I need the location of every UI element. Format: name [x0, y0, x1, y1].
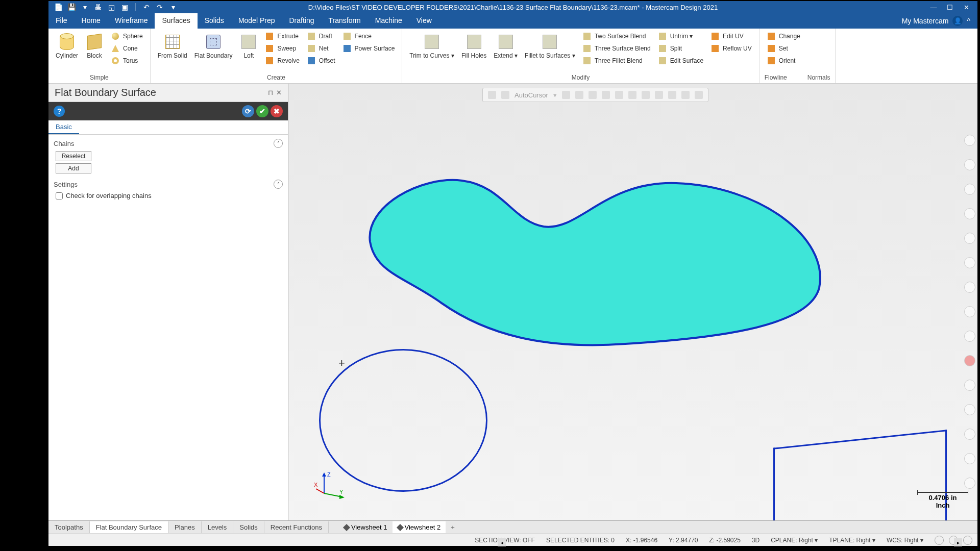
change-button[interactable]: Change [765, 31, 802, 42]
snap-8-icon[interactable] [655, 91, 663, 99]
qat-customize-icon[interactable]: ▾ [168, 3, 178, 12]
overlap-check-row[interactable]: Check for overlapping chains [56, 192, 281, 199]
user-avatar-icon[interactable]: 👤 [952, 16, 963, 26]
three-surface-blend-button[interactable]: Three Surface Blend [580, 43, 653, 54]
cylinder-button[interactable]: Cylinder [54, 31, 80, 61]
sphere-button[interactable]: Sphere [109, 31, 145, 42]
menu-file[interactable]: File [48, 13, 75, 29]
rt-view10-icon[interactable] [964, 478, 975, 489]
draft-button[interactable]: Draft [305, 31, 337, 42]
rt-view3-icon[interactable] [964, 282, 975, 293]
rt-delete-icon[interactable] [964, 355, 975, 366]
menu-drafting[interactable]: Drafting [282, 13, 321, 29]
three-fillet-blend-button[interactable]: Three Fillet Blend [580, 55, 653, 66]
snap-9-icon[interactable] [668, 91, 676, 99]
snap-3-icon[interactable] [589, 91, 597, 99]
collapse-chains-icon[interactable]: ˄ [274, 139, 283, 148]
tab-basic[interactable]: Basic [48, 120, 79, 134]
rt-rotate-icon[interactable] [964, 184, 975, 195]
fence-button[interactable]: Fence [340, 31, 397, 42]
save-dropdown-icon[interactable]: ▾ [80, 3, 89, 12]
add-button[interactable]: Add [56, 163, 91, 173]
redo-icon[interactable]: ↷ [155, 3, 164, 12]
tab-levels[interactable]: Levels [202, 521, 234, 533]
overlap-checkbox[interactable] [56, 192, 63, 199]
orient-button[interactable]: Orient [765, 55, 802, 66]
viewport[interactable]: AutoCursor ▾ + [288, 84, 977, 520]
print-icon[interactable]: 🖶 [93, 3, 103, 12]
scroll-left-icon[interactable]: ◂ [498, 538, 506, 546]
minimize-button[interactable]: — [926, 3, 941, 12]
cancel-button[interactable]: ✖ [271, 105, 283, 117]
flat-boundary-button[interactable]: Flat Boundary [192, 31, 235, 61]
viewsheet-1-tab[interactable]: Viewsheet 1 [339, 521, 393, 533]
reselect-button[interactable]: Reselect [56, 151, 91, 161]
panel-pin-icon[interactable]: ⊓ [268, 89, 273, 96]
save-icon[interactable]: 💾 [67, 3, 76, 12]
block-button[interactable]: Block [83, 31, 106, 61]
autocursor-menu-icon[interactable] [488, 91, 496, 99]
edit-surface-button[interactable]: Edit Surface [656, 55, 705, 66]
sweep-button[interactable]: Sweep [263, 43, 301, 54]
power-surface-button[interactable]: Power Surface [340, 43, 397, 54]
menu-model-prep[interactable]: Model Prep [231, 13, 282, 29]
snap-2-icon[interactable] [575, 91, 583, 99]
cone-button[interactable]: Cone [109, 43, 145, 54]
help-icon[interactable]: ? [54, 106, 65, 117]
rt-fit-icon[interactable] [964, 159, 975, 170]
close-button[interactable]: ✕ [959, 3, 973, 12]
maximize-button[interactable]: ☐ [943, 3, 957, 12]
tab-recent-functions[interactable]: Recent Functions [264, 521, 329, 533]
snap-6-icon[interactable] [628, 91, 636, 99]
autocursor-toggle-icon[interactable] [501, 91, 509, 99]
tab-toolpaths[interactable]: Toolpaths [48, 521, 90, 533]
offset-button[interactable]: Offset [305, 55, 337, 66]
rt-view8-icon[interactable] [964, 429, 975, 440]
apply-and-new-button[interactable]: ⟳ [242, 105, 254, 117]
viewsheet-2-tab[interactable]: Viewsheet 2 [393, 521, 446, 533]
rt-zoom-icon[interactable] [964, 135, 975, 146]
fill-holes-button[interactable]: Fill Holes [459, 31, 488, 61]
two-surface-blend-button[interactable]: Two Surface Blend [580, 31, 653, 42]
snap-7-icon[interactable] [642, 91, 650, 99]
scroll-right-icon[interactable]: ▸ [954, 538, 962, 546]
rt-view1-icon[interactable] [964, 233, 975, 244]
rt-view9-icon[interactable] [964, 453, 975, 464]
rt-view7-icon[interactable] [964, 404, 975, 415]
snap-4-icon[interactable] [602, 91, 610, 99]
user-label[interactable]: My Mastercam [902, 17, 949, 25]
revolve-button[interactable]: Revolve [263, 55, 301, 66]
rt-view5-icon[interactable] [964, 331, 975, 342]
new-file-icon[interactable]: 📄 [54, 3, 63, 12]
torus-button[interactable]: Torus [109, 55, 145, 66]
tab-flat-boundary-surface[interactable]: Flat Boundary Surface [90, 521, 168, 533]
menu-home[interactable]: Home [75, 13, 108, 29]
trim-to-curves-button[interactable]: Trim to Curves ▾ [407, 31, 456, 61]
menu-wireframe[interactable]: Wireframe [108, 13, 155, 29]
menu-machine[interactable]: Machine [368, 13, 409, 29]
extrude-button[interactable]: Extrude [263, 31, 301, 42]
rt-view4-icon[interactable] [964, 306, 975, 317]
menu-collapse-icon[interactable]: ^ [967, 17, 970, 25]
edit-uv-button[interactable]: Edit UV [708, 31, 754, 42]
extend-button[interactable]: Extend ▾ [492, 31, 520, 61]
menu-transform[interactable]: Transform [322, 13, 368, 29]
snap-1-icon[interactable] [562, 91, 570, 99]
screenshot-icon[interactable]: ▣ [120, 3, 129, 12]
panel-close-icon[interactable]: ✕ [276, 89, 282, 96]
set-button[interactable]: Set [765, 43, 802, 54]
status-icon-3[interactable] [963, 536, 972, 545]
reflow-uv-button[interactable]: Reflow UV [708, 43, 754, 54]
rt-view2-icon[interactable] [964, 257, 975, 268]
fillet-to-surfaces-button[interactable]: Fillet to Surfaces ▾ [523, 31, 577, 61]
tab-planes[interactable]: Planes [168, 521, 202, 533]
rt-pan-icon[interactable] [964, 208, 975, 219]
menu-surfaces[interactable]: Surfaces [155, 13, 197, 29]
from-solid-button[interactable]: From Solid [156, 31, 189, 61]
print-preview-icon[interactable]: ◱ [107, 3, 116, 12]
snap-10-icon[interactable] [681, 91, 690, 99]
tab-solids[interactable]: Solids [233, 521, 264, 533]
ok-button[interactable]: ✔ [256, 105, 268, 117]
collapse-settings-icon[interactable]: ˄ [274, 180, 283, 189]
snap-11-icon[interactable] [695, 91, 703, 99]
